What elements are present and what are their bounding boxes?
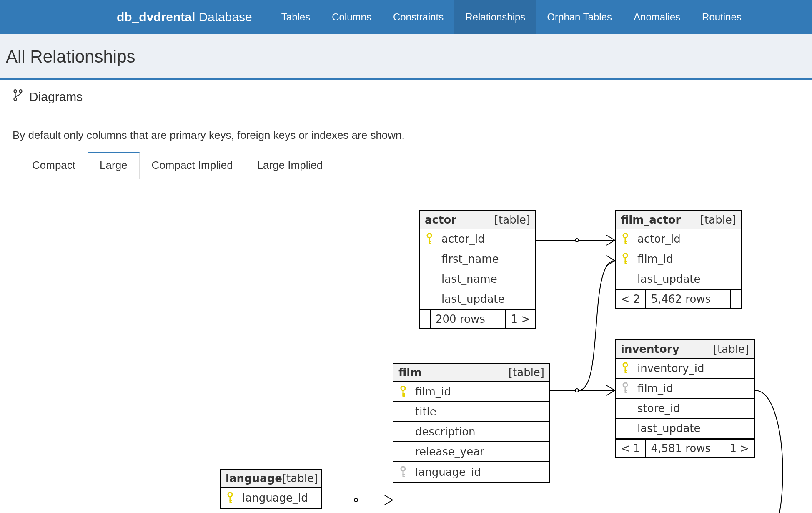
- svg-rect-24: [625, 367, 626, 372]
- col-film_id: film_id: [616, 249, 741, 269]
- page-heading: All Relationships: [0, 34, 812, 80]
- table-header: language [table]: [221, 470, 321, 488]
- svg-rect-30: [625, 392, 627, 393]
- table-actor[interactable]: actor [table] actor_id first_name last_n…: [419, 210, 536, 329]
- footer-out: 1 >: [506, 310, 535, 328]
- nav-columns[interactable]: Columns: [321, 0, 382, 34]
- table-film_actor[interactable]: film_actor [table] actor_id film_id last…: [615, 210, 742, 309]
- svg-point-23: [623, 363, 627, 367]
- svg-rect-16: [403, 390, 404, 396]
- col-title: title: [393, 402, 549, 422]
- nav-relationships[interactable]: Relationships: [454, 0, 536, 34]
- svg-rect-18: [403, 395, 405, 397]
- subtab-large-implied[interactable]: Large Implied: [245, 152, 335, 179]
- subtab-compact[interactable]: Compact: [20, 152, 88, 179]
- svg-point-11: [623, 254, 627, 258]
- top-nav: db_dvdrental Database Tables Columns Con…: [0, 0, 812, 34]
- col-language_id: language_id: [393, 462, 549, 482]
- nav-anomalies[interactable]: Anomalies: [623, 0, 691, 34]
- table-type: [table]: [700, 214, 736, 226]
- col-actor_id: actor_id: [616, 229, 741, 249]
- nav-orphan-tables[interactable]: Orphan Tables: [536, 0, 623, 34]
- table-header: actor [table]: [420, 211, 535, 229]
- er-diagram[interactable]: actor [table] actor_id first_name last_n…: [13, 179, 799, 513]
- footer-out: [731, 290, 741, 308]
- svg-rect-32: [230, 496, 231, 502]
- subtab-compact-implied[interactable]: Compact Implied: [140, 152, 245, 179]
- svg-point-27: [623, 383, 627, 387]
- intro-text: By default only columns that are primary…: [13, 129, 799, 142]
- col-name: language_id: [409, 466, 544, 478]
- svg-rect-29: [625, 390, 627, 391]
- table-inventory[interactable]: inventory [table] inventory_id film_id s…: [615, 339, 755, 458]
- section-title: Diagrams: [29, 90, 83, 104]
- svg-rect-5: [429, 241, 431, 242]
- table-footer: < 1 4,581 rows 1 >: [616, 439, 754, 457]
- table-type: [table]: [713, 343, 749, 355]
- col-last_name: last_name: [420, 269, 535, 289]
- footer-in: < 1: [616, 440, 646, 457]
- table-language[interactable]: language [table] language_id: [220, 469, 322, 509]
- col-name: store_id: [632, 402, 749, 415]
- svg-point-15: [401, 386, 405, 390]
- table-type: [table]: [509, 366, 544, 379]
- col-first_name: first_name: [420, 249, 535, 269]
- table-name: actor: [425, 214, 494, 226]
- svg-rect-8: [625, 237, 626, 243]
- svg-rect-14: [625, 263, 627, 264]
- table-header: film [table]: [393, 364, 549, 382]
- svg-rect-22: [403, 476, 405, 477]
- svg-point-19: [401, 467, 405, 471]
- pk-key-icon: [397, 386, 409, 397]
- col-name: language_id: [236, 492, 316, 504]
- table-type: [table]: [494, 214, 530, 226]
- footer-rows: 5,462 rows: [646, 290, 731, 308]
- col-last_update: last_update: [420, 289, 535, 309]
- svg-point-7: [623, 234, 627, 238]
- nav-constraints[interactable]: Constraints: [382, 0, 454, 34]
- col-name: title: [409, 405, 544, 418]
- nav-tables[interactable]: Tables: [271, 0, 321, 34]
- table-footer: < 2 5,462 rows: [616, 289, 741, 308]
- col-release_year: release_year: [393, 442, 549, 462]
- table-type: [table]: [282, 472, 318, 485]
- table-header: inventory [table]: [616, 340, 754, 359]
- footer-rows: 4,581 rows: [646, 440, 725, 457]
- table-name: language: [226, 472, 282, 485]
- brand-name: db_dvdrental: [117, 10, 195, 24]
- col-film_id: film_id: [616, 379, 754, 399]
- footer-in: [420, 310, 431, 328]
- nav-routines[interactable]: Routines: [691, 0, 752, 34]
- fk-key-icon: [619, 382, 632, 394]
- svg-point-3: [427, 234, 431, 238]
- pk-key-icon: [619, 253, 632, 265]
- brand[interactable]: db_dvdrental Database: [117, 0, 262, 34]
- col-film_id: film_id: [393, 382, 549, 402]
- svg-rect-13: [625, 261, 627, 262]
- subtab-large[interactable]: Large: [88, 152, 140, 179]
- view-subtabs: Compact Large Compact Implied Large Impl…: [20, 152, 799, 179]
- brand-suffix: Database: [198, 10, 252, 24]
- col-name: release_year: [409, 445, 544, 458]
- col-name: inventory_id: [632, 362, 749, 375]
- col-language_id: language_id: [221, 488, 321, 508]
- fk-key-icon: [397, 466, 409, 478]
- col-name: film_id: [632, 253, 736, 265]
- svg-rect-26: [625, 372, 627, 373]
- table-film[interactable]: film [table] film_id title description r…: [393, 363, 550, 483]
- table-name: film_actor: [621, 214, 700, 226]
- svg-rect-25: [625, 370, 627, 371]
- branch-icon: [13, 89, 23, 104]
- col-name: actor_id: [632, 233, 736, 245]
- pk-key-icon: [619, 233, 632, 245]
- col-name: last_update: [436, 293, 530, 305]
- svg-rect-20: [403, 470, 404, 476]
- svg-point-31: [228, 493, 232, 497]
- col-name: description: [409, 425, 544, 438]
- content: By default only columns that are primary…: [0, 112, 812, 513]
- section-heading: Diagrams: [0, 80, 812, 112]
- col-name: actor_id: [436, 233, 530, 245]
- col-store_id: store_id: [616, 399, 754, 419]
- col-actor_id: actor_id: [420, 229, 535, 249]
- svg-rect-17: [403, 393, 405, 395]
